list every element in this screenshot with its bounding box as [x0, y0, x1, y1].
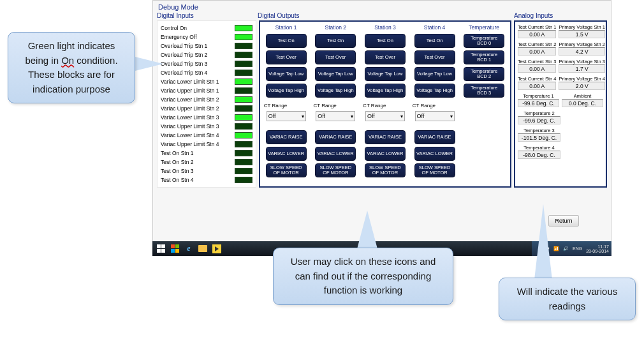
do-button[interactable]: Test On [266, 34, 307, 48]
do-button[interactable]: SLOW SPEED OF MOTOR [365, 163, 406, 177]
taskbar-ie-icon[interactable]: e [182, 242, 196, 256]
ai-value: -99.6 Deg. C. [518, 99, 559, 107]
di-led [235, 177, 252, 183]
ct-range-value: Off [367, 113, 375, 119]
ai-label: Test Current Stn 4 [518, 76, 556, 82]
ai-value: 2.0 V [559, 82, 605, 90]
di-led [235, 43, 252, 49]
di-led [235, 141, 252, 147]
do-button[interactable]: Test Over [315, 50, 356, 64]
ct-range-select[interactable]: Off▾ [365, 111, 405, 121]
do-button[interactable]: Test On [365, 34, 406, 48]
tray-clock[interactable]: 11:17 28-09-2014 [586, 244, 609, 253]
do-button[interactable]: Test Over [266, 50, 307, 64]
do-button[interactable]: Voltage Tap Low [266, 67, 307, 81]
ai-box: Temperature 4-98.0 Deg. C. [518, 145, 560, 159]
do-button[interactable]: Test On [414, 34, 455, 48]
ai-single-row: Temperature 3-101.5 Deg. C. [518, 128, 603, 142]
taskbar-labview-icon[interactable] [210, 242, 224, 256]
do-button[interactable]: VARIAC LOWER [414, 147, 455, 161]
ai-value: 1.7 V [559, 64, 605, 73]
do-button[interactable]: Voltage Tap High [315, 84, 356, 98]
do-button[interactable]: Temperature BCD 0 [464, 34, 504, 48]
di-row: Test On Stn 3 [161, 167, 252, 175]
di-row: Variac Lower Limit Stn 2 [161, 95, 252, 104]
ai-value: 0.00 A [518, 64, 556, 73]
tray-volume-icon[interactable]: 🔊 [563, 246, 569, 251]
di-led [235, 105, 252, 112]
do-column-header: Station 3 [374, 24, 396, 31]
do-station-column: Station 4Test OnTest OverVoltage Tap Low… [411, 24, 458, 181]
ai-label: Temperature 4 [518, 145, 560, 151]
do-button[interactable]: VARIAC RAISE [414, 130, 455, 144]
do-column-header: Station 1 [275, 24, 297, 31]
do-button[interactable]: Voltage Tap Low [315, 67, 356, 81]
ai-value: 1.5 V [559, 30, 605, 38]
di-label: Test On Stn 1 [161, 150, 235, 156]
do-column-header: Temperature [469, 24, 499, 31]
do-station-column: Station 1Test OnTest OverVoltage Tap Low… [263, 24, 310, 181]
do-button[interactable]: Temperature BCD 3 [464, 84, 504, 98]
di-label: Test On Stn 3 [161, 168, 235, 174]
di-led [235, 150, 252, 156]
di-row: Overload Trip Stn 4 [161, 68, 252, 77]
do-button[interactable]: SLOW SPEED OF MOTOR [266, 163, 307, 177]
di-row: Variac Lower Limit Stn 1 [161, 77, 252, 86]
di-led [235, 168, 252, 174]
do-button[interactable]: VARIAC LOWER [266, 147, 307, 161]
do-button[interactable]: Voltage Tap High [266, 84, 307, 98]
start-button[interactable] [154, 242, 168, 256]
do-button[interactable]: VARIAC RAISE [315, 130, 356, 144]
di-label: Overload Trip Stn 1 [161, 43, 235, 49]
taskbar-store-icon[interactable] [168, 242, 182, 256]
do-button[interactable]: Test Over [414, 50, 455, 64]
di-row: Variac Lower Limit Stn 3 [161, 113, 252, 122]
di-row: Emergency Off [161, 33, 252, 41]
tray-network-icon[interactable]: 📶 [553, 246, 559, 251]
di-label: Variac Upper Limit Stn 4 [161, 141, 235, 147]
do-button[interactable]: Voltage Tap High [365, 84, 406, 98]
ai-box: Ambient0.0 Deg. C. [562, 93, 603, 107]
do-button[interactable]: SLOW SPEED OF MOTOR [414, 163, 455, 177]
ai-box: Primary Voltage Stn 42.0 V [559, 76, 605, 90]
header-digital-outputs: Digital Outputs [258, 12, 514, 19]
do-button[interactable]: VARIAC LOWER [315, 147, 356, 161]
do-button[interactable]: Voltage Tap Low [414, 67, 455, 81]
tray-language[interactable]: ENG [573, 246, 582, 251]
ai-label: Temperature 3 [518, 128, 560, 133]
di-row: Variac Upper Limit Stn 4 [161, 140, 252, 149]
do-temperature-column: TemperatureTemperature BCD 0Temperature … [460, 24, 508, 181]
ai-value: -99.6 Deg. C. [518, 116, 560, 124]
ai-box: Test Current Stn 40.00 A [518, 76, 556, 90]
di-row: Test On Stn 4 [161, 175, 252, 184]
do-button[interactable]: Voltage Tap High [414, 84, 455, 98]
ct-range-select[interactable]: Off▾ [415, 111, 455, 121]
do-button[interactable]: Temperature BCD 2 [464, 67, 504, 81]
do-button[interactable]: VARIAC RAISE [365, 130, 406, 144]
return-button[interactable]: Return [548, 215, 579, 227]
ai-single-row: Temperature 4-98.0 Deg. C. [518, 145, 603, 159]
di-led [235, 132, 252, 138]
ct-range-value: Off [318, 113, 325, 119]
do-button[interactable]: VARIAC RAISE [266, 130, 307, 144]
ct-range-value: Off [417, 113, 425, 119]
di-label: Variac Lower Limit Stn 1 [161, 78, 235, 85]
tray-time: 11:17 [586, 244, 609, 249]
ct-range-select[interactable]: Off▾ [267, 111, 306, 121]
do-button[interactable]: Test On [315, 34, 356, 48]
do-button[interactable]: Voltage Tap Low [365, 67, 406, 81]
di-row: Variac Lower Limit Stn 4 [161, 131, 252, 140]
ai-value: -98.0 Deg. C. [518, 151, 560, 159]
taskbar-explorer-icon[interactable] [196, 242, 210, 256]
ai-label: Ambient [562, 93, 603, 99]
do-button[interactable]: Temperature BCD 1 [464, 50, 504, 64]
ai-pair-row: Test Current Stn 20.00 APrimary Voltage … [518, 41, 603, 56]
do-button[interactable]: Test Over [365, 50, 406, 64]
di-led [235, 96, 252, 103]
ai-box: Test Current Stn 20.00 A [518, 41, 556, 56]
tray-date: 28-09-2014 [586, 249, 609, 253]
ct-range-select[interactable]: Off▾ [316, 111, 355, 121]
do-button[interactable]: SLOW SPEED OF MOTOR [315, 163, 356, 177]
do-button[interactable]: VARIAC LOWER [365, 147, 406, 161]
windows-logo-icon [157, 244, 165, 253]
